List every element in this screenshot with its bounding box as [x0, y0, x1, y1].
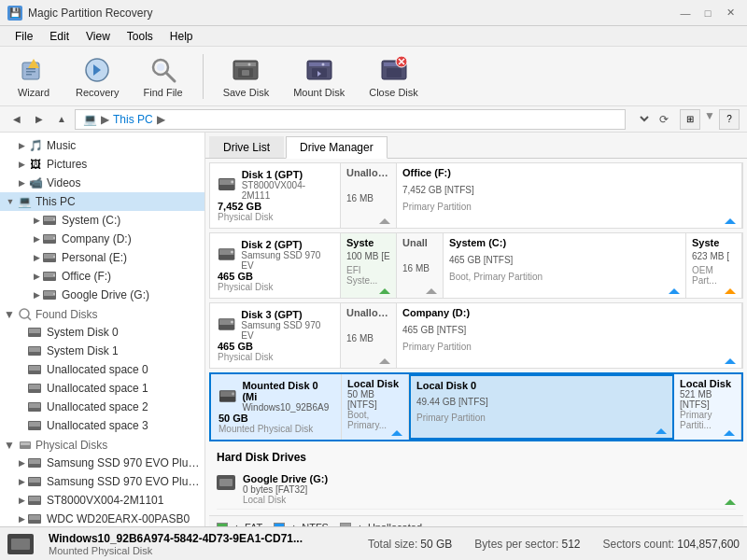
sidebar-item-sysdisk1[interactable]: ▶ System Disk 1	[0, 342, 204, 360]
sidebar-toggle-officef[interactable]: ▶	[30, 270, 43, 283]
disk2-system-c[interactable]: System (C:) 465 GB [NTFS] Boot, Primary …	[444, 233, 686, 298]
disk3-companyd-type: Primary Partition	[402, 342, 736, 352]
disk3-company-d[interactable]: Company (D:) 465 GB [NTFS] Primary Parti…	[397, 303, 742, 368]
svg-rect-42	[29, 329, 40, 333]
tab-drive-manager[interactable]: Drive Manager	[286, 136, 388, 159]
refresh-button[interactable]: ⟳	[655, 113, 672, 126]
sidebar-toggle-wdc[interactable]: ▶	[15, 512, 28, 525]
disk1-label[interactable]: Disk 1 (GPT) ST8000VX004-2M111 7,452 GB …	[210, 163, 341, 228]
help-button[interactable]: ?	[719, 109, 740, 130]
disk2-oem[interactable]: Syste 623 MB [ OEM Part...	[686, 233, 742, 298]
sidebar-toggle-googleg[interactable]: ▶	[30, 288, 43, 301]
sidebar-item-thispc[interactable]: ▼ 💻 This PC	[0, 192, 204, 211]
menu-tools[interactable]: Tools	[120, 28, 161, 45]
sidebar-item-st8000[interactable]: ▶ ST8000VX004-2M1101	[0, 491, 204, 510]
sidebar-item-unalloc3[interactable]: ▶ Unallocated space 3	[0, 416, 204, 435]
mounted-ld0-type: Primary Partition	[416, 413, 667, 423]
disk1-office-f[interactable]: Office (F:) 7,452 GB [NTFS] Primary Part…	[397, 163, 742, 228]
mounted-local-disk0[interactable]: Local Disk 0 49.44 GB [NTFS] Primary Par…	[409, 374, 674, 440]
menu-help[interactable]: Help	[162, 28, 201, 45]
sidebar-item-samsung1[interactable]: ▶ Samsung SSD 970 EVO Plus 500GB	[0, 454, 204, 472]
mounted-local-disk2[interactable]: Local Disk 521 MB [NTFS] Primary Partiti…	[674, 374, 741, 440]
disk1-label-top: Disk 1 (GPT) ST8000VX004-2M111	[218, 169, 332, 201]
menu-view[interactable]: View	[78, 28, 118, 45]
sidebar-item-unalloc1[interactable]: ▶ Unallocated space 1	[0, 379, 204, 398]
sidebar-toggle-st8[interactable]: ▶	[15, 494, 28, 507]
sidebar-item-google-g[interactable]: ▶ Google Drive (G:)	[0, 286, 204, 304]
disk2-systemc-name: System (C:)	[449, 237, 533, 248]
hdd-google-name: Google Drive (G:)	[243, 473, 717, 484]
nav-dropdown[interactable]	[629, 113, 652, 125]
status-info: Windows10_92B6A974-5842-4D73-9EA1-CD71..…	[49, 532, 353, 556]
section-physical-disks: ▼ Physical Disks	[0, 435, 204, 454]
title-controls: — □ ✕	[676, 4, 740, 22]
menu-file[interactable]: File	[7, 28, 40, 45]
up-button[interactable]: ▲	[52, 110, 71, 129]
section-toggle-physical[interactable]: ▼	[4, 439, 15, 452]
sidebar-item-music[interactable]: ▶ 🎵 Music	[0, 136, 204, 155]
mount-disk-icon	[304, 55, 334, 85]
minimize-button[interactable]: —	[676, 4, 695, 22]
mount-disk-button[interactable]: Mount Disk	[285, 50, 353, 103]
view-options-button[interactable]: ⊞	[680, 109, 700, 130]
sidebar-toggle-pictures[interactable]: ▶	[15, 158, 28, 171]
nav-path-thispc[interactable]: This PC	[113, 113, 153, 126]
maximize-button[interactable]: □	[698, 4, 717, 22]
save-disk-button[interactable]: Save Disk	[215, 50, 278, 103]
sidebar-item-company-d[interactable]: ▶ Company (D:)	[0, 230, 204, 248]
svg-point-69	[231, 181, 233, 184]
sidebar-icon-ua1	[28, 381, 43, 396]
section-toggle-found[interactable]: ▼	[4, 308, 15, 321]
sidebar-item-pictures[interactable]: ▶ 🖼 Pictures	[0, 155, 204, 174]
sidebar-item-system-c[interactable]: ▶ System (C:)	[0, 211, 204, 230]
sidebar-toggle-sam2[interactable]: ▶	[15, 475, 28, 488]
sidebar-item-office-f[interactable]: ▶ Office (F:)	[0, 267, 204, 286]
disk3-unalloc-size: 16 MB	[346, 333, 390, 343]
back-button[interactable]: ◀	[7, 110, 26, 129]
disk2-efi[interactable]: Syste 100 MB [E EFI Syste...	[341, 233, 397, 298]
sidebar-item-unalloc2[interactable]: ▶ Unallocated space 2	[0, 398, 204, 416]
sidebar-item-wdc[interactable]: ▶ WDC WD20EARX-00PASB0	[0, 510, 204, 526]
forward-button[interactable]: ▶	[30, 110, 49, 129]
app-title: Magic Partition Recovery	[28, 7, 152, 20]
disk3-unallocated[interactable]: Unallocated space 16 MB	[341, 303, 397, 368]
menu-edit[interactable]: Edit	[42, 28, 77, 45]
disk3-label[interactable]: Disk 3 (GPT) Samsung SSD 970 EV 465 GB P…	[210, 303, 341, 368]
mounted-disk-label[interactable]: Mounted Disk 0 (Mi Windows10_92B6A9 50 G…	[211, 374, 342, 440]
recovery-button[interactable]: Recovery	[67, 50, 127, 103]
close-button[interactable]: ✕	[721, 4, 740, 22]
sidebar-item-samsung2[interactable]: ▶ Samsung SSD 970 EVO Plus 500GB	[0, 472, 204, 491]
sidebar-item-personal-e[interactable]: ▶ Personal (E:)	[0, 248, 204, 267]
mounted-ld0-indicator	[655, 428, 667, 434]
mounted-disk-label-top: Mounted Disk 0 (Mi Windows10_92B6A9	[218, 380, 333, 413]
sidebar-item-videos[interactable]: ▶ 📹 Videos	[0, 174, 204, 192]
sidebar-toggle-sam1[interactable]: ▶	[15, 456, 28, 469]
sidebar-toggle-companyd[interactable]: ▶	[30, 232, 43, 245]
sidebar-label-ua3: Unallocated space 3	[47, 419, 148, 432]
sidebar-toggle-thispc[interactable]: ▼	[4, 195, 17, 208]
mounted-local-disk[interactable]: Local Disk 50 MB [NTFS] Boot, Primary...	[342, 374, 409, 440]
sidebar-item-unalloc0[interactable]: ▶ Unallocated space 0	[0, 360, 204, 379]
sidebar-icon-sd0	[28, 325, 43, 340]
disk2-efi-size: 100 MB [E	[346, 251, 390, 261]
hdd-google-g[interactable]: Google Drive (G:) 0 bytes [FAT32] Local …	[217, 469, 736, 510]
disk2-unallocated[interactable]: Unall 16 MB	[397, 233, 444, 298]
menu-bar: File Edit View Tools Help	[0, 26, 747, 47]
disk2-label[interactable]: Disk 2 (GPT) Samsung SSD 970 EV 465 GB P…	[210, 233, 341, 298]
find-file-button[interactable]: Find File	[134, 50, 190, 103]
sidebar-toggle-systemc[interactable]: ▶	[30, 214, 43, 227]
sidebar-toggle-videos[interactable]: ▶	[15, 176, 28, 189]
sidebar-toggle-personale[interactable]: ▶	[30, 251, 43, 264]
disk1-unallocated[interactable]: Unallocated space 16 MB	[341, 163, 397, 228]
sidebar-item-sysdisk0[interactable]: ▶ System Disk 0	[0, 323, 204, 342]
sidebar-toggle-music[interactable]: ▶	[15, 139, 28, 152]
status-total-label: Total size:	[368, 538, 417, 551]
disk3-label-top: Disk 3 (GPT) Samsung SSD 970 EV	[218, 309, 332, 341]
tab-drive-list[interactable]: Drive List	[209, 136, 284, 158]
disk3-name: Disk 3 (GPT) Samsung SSD 970 EV	[241, 309, 332, 341]
close-disk-button[interactable]: Close Disk	[360, 50, 427, 103]
legend-fat-color	[217, 523, 228, 527]
wizard-button[interactable]: Wizard	[7, 50, 60, 103]
svg-point-78	[232, 392, 234, 395]
svg-rect-48	[29, 385, 40, 389]
